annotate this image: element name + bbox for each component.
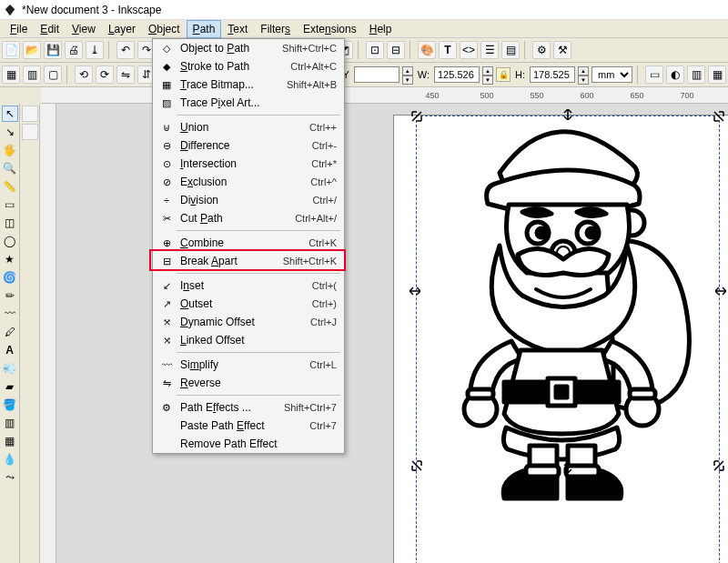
scale-handle-b-icon[interactable] [562, 462, 573, 473]
tool-gradient-icon[interactable]: ▥ [2, 415, 18, 431]
tool-spiral-icon[interactable]: 🌀 [2, 269, 18, 286]
scale-handle-tr-icon[interactable] [713, 111, 724, 122]
menu-layer[interactable]: Layer [102, 20, 142, 38]
menu-item[interactable]: ⊟Break ApartShift+Ctrl+K [153, 252, 344, 270]
menu-filters[interactable]: Filters [254, 20, 297, 38]
menu-item[interactable]: ⊘ExclusionCtrl+^ [153, 173, 344, 191]
tool-dropper-icon[interactable]: 💧 [2, 451, 18, 467]
tool-pointer-icon[interactable]: ↖ [2, 106, 18, 122]
tb2-affect-stroke-icon[interactable]: ▭ [645, 65, 663, 84]
scale-handle-br-icon[interactable] [713, 460, 724, 471]
tb2-rotate-cw-icon[interactable]: ⟳ [96, 65, 114, 84]
tb-group-icon[interactable]: ⊡ [366, 41, 384, 59]
tb-obj-icon[interactable]: ▤ [501, 41, 520, 59]
h-field[interactable]: H: ▲▼ [513, 66, 589, 83]
menu-path[interactable]: Path [187, 20, 222, 38]
menu-item[interactable]: ⤨Linked Offset [153, 331, 344, 349]
tool-ellipse-icon[interactable]: ◯ [2, 233, 18, 249]
tool-zoom-icon[interactable]: 🔍 [2, 160, 18, 176]
tool-measure-icon[interactable]: 📏 [2, 178, 18, 195]
scale-handle-t-icon[interactable] [562, 109, 573, 120]
tb2-flip-h-icon[interactable]: ⇋ [116, 65, 135, 84]
tool-rect-icon[interactable]: ▭ [2, 196, 18, 213]
h-input[interactable] [530, 66, 575, 83]
snap-bbox-icon[interactable] [22, 124, 38, 140]
tb2-select-all-icon[interactable]: ▦ [2, 65, 20, 84]
menu-item[interactable]: ⊎UnionCtrl++ [153, 118, 344, 136]
tb2-affect-pattern-icon[interactable]: ▦ [708, 65, 726, 84]
tb-save-icon[interactable]: 💾 [44, 41, 62, 59]
menu-item[interactable]: ⊖DifferenceCtrl+- [153, 136, 344, 155]
menu-item-icon: ↙ [157, 280, 177, 292]
tb-open-icon[interactable]: 📂 [23, 41, 41, 59]
svg-rect-8 [468, 389, 493, 398]
tool-connector-icon[interactable]: ⤳ [2, 469, 18, 486]
tb-xml-icon[interactable]: <> [460, 41, 478, 59]
tb2-affect-grad-icon[interactable]: ▥ [687, 65, 705, 84]
menu-item[interactable]: ✂Cut PathCtrl+Alt+/ [153, 209, 344, 227]
tb2-select-layers-icon[interactable]: ▥ [23, 65, 41, 84]
tool-bucket-icon[interactable]: 🪣 [2, 397, 18, 413]
tb-ungroup-icon[interactable]: ⊟ [387, 41, 405, 59]
scale-handle-l-icon[interactable] [410, 286, 420, 297]
svg-rect-13 [556, 387, 567, 397]
tool-star-icon[interactable]: ★ [2, 251, 18, 267]
tb-layers-icon[interactable]: ☰ [480, 41, 499, 59]
menu-item[interactable]: ⊕CombineCtrl+K [153, 234, 344, 252]
menu-item[interactable]: ↗OutsetCtrl+) [153, 295, 344, 313]
tool-node-icon[interactable]: ↘ [2, 124, 18, 140]
menu-item[interactable]: ↙InsetCtrl+( [153, 276, 344, 295]
menu-object[interactable]: Object [142, 20, 187, 38]
lock-aspect-icon[interactable]: 🔒 [496, 67, 511, 82]
tool-bezier-icon[interactable]: 〰 [2, 306, 18, 322]
menu-item[interactable]: ⇋Reverse [153, 374, 344, 392]
tb2-deselect-icon[interactable]: ▢ [44, 65, 62, 84]
tool-mesh-icon[interactable]: ▦ [2, 433, 18, 449]
tool-3dbox-icon[interactable]: ◫ [2, 215, 18, 231]
tool-pencil-icon[interactable]: ✏ [2, 287, 18, 304]
menu-view[interactable]: View [66, 20, 102, 38]
scale-handle-tl-icon[interactable] [411, 111, 422, 122]
menu-item[interactable]: ⤧Dynamic OffsetCtrl+J [153, 313, 344, 331]
tb2-rotate-ccw-icon[interactable]: ⟲ [75, 65, 93, 84]
tb-export-icon[interactable]: ⤓ [86, 41, 104, 59]
menu-edit[interactable]: Edit [34, 20, 66, 38]
menu-item[interactable]: ▦Trace Bitmap...Shift+Alt+B [153, 75, 344, 94]
menu-item[interactable]: Remove Path Effect [153, 435, 344, 453]
tool-sculpt-icon[interactable]: 🖐 [2, 142, 18, 158]
menu-item[interactable]: ◇Object to PathShift+Ctrl+C [153, 39, 344, 57]
menu-help[interactable]: Help [363, 20, 399, 38]
w-field[interactable]: W: ▲▼ [416, 66, 493, 83]
w-input[interactable] [434, 66, 480, 83]
tb-undo-icon[interactable]: ↶ [116, 41, 135, 59]
tool-eraser-icon[interactable]: ▰ [2, 378, 18, 395]
y-field[interactable]: Y ▲▼ [340, 66, 412, 83]
tb2-affect-corners-icon[interactable]: ◐ [666, 65, 684, 84]
menu-item[interactable]: ⊙IntersectionCtrl+* [153, 155, 344, 173]
tb-doc-icon[interactable]: ⚙ [532, 41, 551, 59]
scale-handle-r-icon[interactable] [715, 286, 726, 297]
snap-enable-icon[interactable] [22, 106, 38, 122]
tb-prefs-icon[interactable]: ⚒ [553, 41, 571, 59]
tb-fillstroke-icon[interactable]: 🎨 [418, 41, 436, 59]
tb-new-icon[interactable]: 📄 [2, 41, 20, 59]
menu-item[interactable]: ⚙Path Effects ...Shift+Ctrl+7 [153, 398, 344, 417]
menu-item[interactable]: ÷DivisionCtrl+/ [153, 191, 344, 209]
menu-extensions[interactable]: Extensions [297, 20, 363, 38]
menu-item[interactable]: Paste Path EffectCtrl+7 [153, 417, 344, 435]
units-select[interactable]: mm [592, 66, 632, 83]
menu-item[interactable]: 〰SimplifyCtrl+L [153, 356, 344, 374]
menu-item[interactable]: ◆Stroke to PathCtrl+Alt+C [153, 57, 344, 75]
y-input[interactable] [354, 66, 399, 83]
tb-text-icon[interactable]: T [439, 41, 457, 59]
scale-handle-bl-icon[interactable] [411, 460, 422, 471]
tool-text-icon[interactable]: A [2, 342, 18, 358]
menu-item[interactable]: ▨Trace Pixel Art... [153, 94, 344, 112]
tool-spray-icon[interactable]: 💨 [2, 360, 18, 377]
menu-file[interactable]: File [4, 20, 34, 38]
menu-item-label: Linked Offset [177, 334, 331, 347]
menu-text[interactable]: Text [221, 20, 254, 38]
tool-calligraphy-icon[interactable]: 🖊 [2, 324, 18, 340]
menu-item-icon: 〰 [157, 359, 177, 370]
tb-print-icon[interactable]: 🖨 [65, 41, 83, 59]
